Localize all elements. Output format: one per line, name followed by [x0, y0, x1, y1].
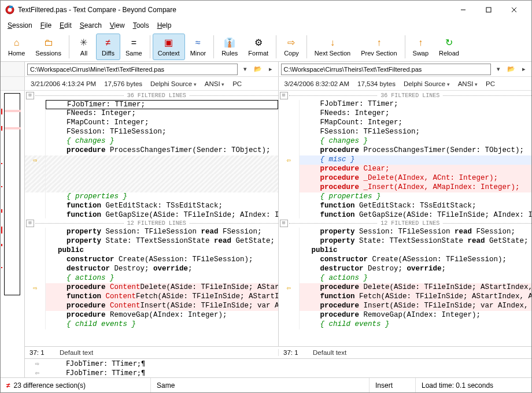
- left-browse-icon[interactable]: ▸: [265, 64, 276, 75]
- code-line[interactable]: procedure ProcessChangesTimer(Sender: TO…: [25, 146, 278, 155]
- code-line[interactable]: FSession: TFileSession;: [25, 128, 278, 137]
- code-line[interactable]: function GetGapSize(ASide: TFileInSide; …: [279, 211, 532, 218]
- left-path-dropdown-icon[interactable]: ▾: [240, 64, 250, 75]
- code-line[interactable]: function GetEditStack: TSsEditStack;: [279, 202, 532, 211]
- code-line[interactable]: procedure Clear;: [279, 165, 532, 174]
- code-line[interactable]: function GetEditStack: TSsEditStack;: [25, 202, 278, 211]
- prev-button[interactable]: ↑Prev Section: [356, 34, 402, 60]
- code-line[interactable]: destructor Destroy; override;: [25, 265, 278, 274]
- menu-edit[interactable]: Edit: [56, 20, 75, 31]
- all-button[interactable]: ✳All: [72, 34, 96, 60]
- left-open-icon[interactable]: 📂: [253, 64, 263, 75]
- menu-tools[interactable]: Tools: [130, 20, 153, 31]
- code-line[interactable]: [25, 183, 278, 192]
- merge-left-icon[interactable]: ⇦: [25, 369, 49, 377]
- code-line[interactable]: { changes }: [25, 137, 278, 146]
- code-line[interactable]: property State: TTextSessionState read G…: [279, 237, 532, 246]
- code-line[interactable]: { actions }: [279, 274, 532, 283]
- code-line[interactable]: ⇨ procedure ContentDelete(ASide: TFileIn…: [25, 283, 278, 292]
- code-line[interactable]: procedure Insert(ASide: TFileInSide; var…: [279, 302, 532, 311]
- left-eol: PC: [232, 80, 242, 87]
- minimize-button[interactable]: [450, 2, 476, 18]
- code-line[interactable]: FJobTimer: TTimer;: [25, 100, 278, 109]
- sessions-button[interactable]: 🗀Sessions: [30, 34, 66, 60]
- rules-button[interactable]: 👔Rules: [216, 34, 243, 60]
- code-line[interactable]: [25, 174, 278, 183]
- code-line[interactable]: property Session: TFileSession read FSes…: [279, 228, 532, 237]
- reload-button[interactable]: ↻Reload: [434, 34, 464, 60]
- expand-icon[interactable]: ⊞: [280, 220, 288, 227]
- code-line[interactable]: procedure RemoveGap(AIndex: Integer);: [279, 311, 532, 320]
- expand-icon[interactable]: ⊞: [26, 92, 34, 99]
- code-line[interactable]: FMapCount: Integer;: [25, 118, 278, 128]
- code-line[interactable]: procedure RemoveGap(AIndex: Integer);: [25, 311, 278, 320]
- code-line[interactable]: { properties }: [279, 192, 532, 202]
- code-line[interactable]: { changes }: [279, 137, 532, 146]
- swap-button[interactable]: ↑Swap: [408, 34, 434, 60]
- close-button[interactable]: [501, 2, 527, 18]
- context-button[interactable]: ▣Context: [153, 34, 185, 60]
- code-line[interactable]: FMapCount: Integer;: [279, 118, 532, 128]
- right-pane[interactable]: ⊞36 FILTERED LINES FJobTimer: TTimer; FN…: [278, 91, 532, 346]
- menu-view[interactable]: View: [106, 20, 128, 31]
- code-line[interactable]: FJobTimer: TTimer;: [279, 100, 532, 109]
- code-line[interactable]: [25, 165, 278, 174]
- left-pane[interactable]: ⊞36 FILTERED LINES FJobTimer: TTimer; FN…: [25, 91, 278, 346]
- code-line[interactable]: procedure _Delete(AIndex, ACnt: Integer)…: [279, 174, 532, 183]
- same-label: Same: [125, 50, 142, 57]
- right-path-dropdown-icon[interactable]: ▾: [493, 64, 504, 75]
- code-line[interactable]: constructor Create(ASession: TFileSessio…: [25, 255, 278, 265]
- copy-button[interactable]: ⇨Copy: [279, 34, 304, 60]
- merge-line-1: FJobTimer: TTimer;¶: [49, 359, 145, 368]
- code-line[interactable]: ⇦ procedure Delete(ASide: TFileInSide; A…: [279, 283, 532, 292]
- format-button[interactable]: ⚙Format: [243, 34, 274, 60]
- code-line[interactable]: { child events }: [279, 320, 532, 329]
- code-line[interactable]: ⇨: [25, 155, 278, 165]
- minor-button[interactable]: ≈Minor: [185, 34, 212, 60]
- diffs-button[interactable]: ≠Diffs: [96, 34, 120, 60]
- right-path-input[interactable]: [281, 64, 492, 75]
- code-line[interactable]: property Session: TFileSession read FSes…: [25, 228, 278, 237]
- same-button[interactable]: =Same: [120, 34, 147, 60]
- diff-arrow-icon: ⇨: [33, 156, 37, 165]
- code-line[interactable]: property State: TTextSessionState read G…: [25, 237, 278, 246]
- maximize-button[interactable]: [476, 2, 501, 18]
- code-line[interactable]: public: [279, 246, 532, 255]
- expand-icon[interactable]: ⊞: [280, 92, 288, 99]
- left-lang-dropdown[interactable]: Delphi Source: [150, 80, 197, 87]
- right-enc-dropdown[interactable]: ANSI: [458, 80, 478, 87]
- menu-search[interactable]: Search: [76, 20, 105, 31]
- code-line[interactable]: procedure ContentInsert(ASide: TFileInSi…: [25, 302, 278, 311]
- home-button[interactable]: ⌂Home: [3, 34, 30, 60]
- left-cursor-pos: 37: 1: [25, 349, 60, 356]
- menu-help[interactable]: Help: [154, 20, 175, 31]
- code-line[interactable]: procedure ProcessChangesTimer(Sender: TO…: [279, 146, 532, 155]
- code-line[interactable]: function ContentFetch(ASide: TFileInSide…: [25, 292, 278, 302]
- menu-file[interactable]: File: [37, 20, 55, 31]
- right-mode: Default text: [313, 349, 371, 356]
- right-lang-dropdown[interactable]: Delphi Source: [404, 80, 450, 87]
- merge-right-icon[interactable]: ⇨: [25, 359, 49, 368]
- right-open-icon[interactable]: 📂: [506, 64, 516, 75]
- next-button[interactable]: ↓Next Section: [309, 34, 356, 60]
- code-line[interactable]: { properties }: [25, 192, 278, 202]
- menu-session[interactable]: Session: [4, 20, 36, 31]
- code-line[interactable]: function Fetch(ASide: TFileInSide; AStar…: [279, 292, 532, 302]
- code-line[interactable]: destructor Destroy; override;: [279, 265, 532, 274]
- code-line[interactable]: ⇦ { misc }: [279, 155, 532, 165]
- expand-icon[interactable]: ⊞: [26, 220, 34, 227]
- code-line[interactable]: FNeeds: Integer;: [279, 109, 532, 118]
- code-line[interactable]: procedure _Insert(AIndex, AMapIndex: Int…: [279, 183, 532, 192]
- code-line[interactable]: { child events }: [25, 320, 278, 329]
- code-line[interactable]: FSession: TFileSession;: [279, 128, 532, 137]
- left-enc-dropdown[interactable]: ANSI: [205, 80, 224, 87]
- code-line[interactable]: public: [25, 246, 278, 255]
- code-line[interactable]: FNeeds: Integer;: [25, 109, 278, 118]
- overview-pane[interactable]: [1, 91, 25, 377]
- rules-label: Rules: [221, 50, 238, 57]
- code-line[interactable]: constructor Create(ASession: TFileSessio…: [279, 255, 532, 265]
- left-path-input[interactable]: [27, 64, 238, 75]
- right-browse-icon[interactable]: ▸: [519, 64, 529, 75]
- code-line[interactable]: function GetGapSize(ASide: TFileInSide; …: [25, 211, 278, 218]
- code-line[interactable]: { actions }: [25, 274, 278, 283]
